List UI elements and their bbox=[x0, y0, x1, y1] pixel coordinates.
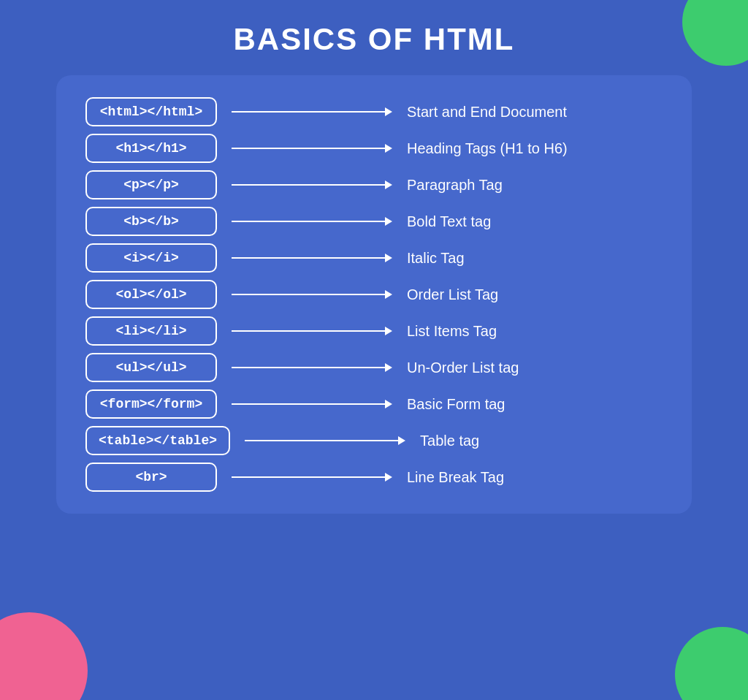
connector-line bbox=[232, 367, 386, 368]
arrowhead-icon bbox=[385, 327, 392, 335]
arrow-connector bbox=[232, 290, 392, 299]
tag-label: <h1></h1> bbox=[85, 134, 217, 163]
list-item: <form></form>Basic Form tag bbox=[85, 389, 663, 419]
arrowhead-icon bbox=[385, 144, 392, 153]
list-item: <p></p>Paragraph Tag bbox=[85, 170, 663, 199]
tag-label: <i></i> bbox=[85, 243, 217, 273]
tag-label: <html></html> bbox=[85, 97, 217, 126]
connector-line bbox=[232, 403, 386, 405]
tag-description: Line Break Tag bbox=[407, 469, 663, 486]
arrowhead-icon bbox=[385, 217, 392, 226]
tag-label: <ol></ol> bbox=[85, 280, 217, 309]
decorative-circle-top-right bbox=[682, 0, 748, 66]
arrow-connector bbox=[232, 107, 392, 116]
arrow-connector bbox=[232, 180, 392, 189]
arrowhead-icon bbox=[385, 180, 392, 189]
connector-line bbox=[232, 476, 386, 478]
list-item: <i></i>Italic Tag bbox=[85, 243, 663, 273]
decorative-circle-bottom-left bbox=[0, 612, 88, 700]
tag-label: <table></table> bbox=[85, 426, 230, 455]
arrowhead-icon bbox=[385, 363, 392, 372]
arrowhead-icon bbox=[385, 473, 392, 482]
html-basics-card: <html></html>Start and End Document<h1><… bbox=[56, 75, 692, 514]
list-item: <ul></ul>Un-Order List tag bbox=[85, 353, 663, 382]
arrowhead-icon bbox=[385, 290, 392, 299]
tag-label: <p></p> bbox=[85, 170, 217, 199]
tag-label: <br> bbox=[85, 463, 217, 492]
tag-description: Un-Order List tag bbox=[407, 359, 663, 376]
list-item: <table></table>Table tag bbox=[85, 426, 663, 455]
arrow-connector bbox=[232, 254, 392, 262]
arrowhead-icon bbox=[385, 254, 392, 262]
tag-label: <ul></ul> bbox=[85, 353, 217, 382]
connector-line bbox=[232, 148, 386, 149]
tag-description: Bold Text tag bbox=[407, 213, 663, 230]
page-title: BASICS OF HTML bbox=[234, 22, 515, 57]
tag-description: Order List Tag bbox=[407, 286, 663, 303]
tag-label: <b></b> bbox=[85, 207, 217, 236]
connector-line bbox=[232, 257, 386, 259]
tag-description: Table tag bbox=[420, 433, 663, 449]
arrowhead-icon bbox=[385, 400, 392, 408]
connector-line bbox=[232, 294, 386, 295]
tag-description: List Items Tag bbox=[407, 323, 663, 340]
connector-line bbox=[232, 330, 386, 332]
arrowhead-icon bbox=[385, 107, 392, 116]
arrow-connector bbox=[245, 436, 405, 445]
list-item: <br>Line Break Tag bbox=[85, 463, 663, 492]
tag-description: Italic Tag bbox=[407, 250, 663, 267]
connector-line bbox=[232, 111, 386, 113]
tag-description: Start and End Document bbox=[407, 104, 663, 121]
tag-description: Heading Tags (H1 to H6) bbox=[407, 140, 663, 157]
tag-label: <form></form> bbox=[85, 389, 217, 419]
tag-label: <li></li> bbox=[85, 316, 217, 346]
connector-line bbox=[245, 440, 399, 441]
tag-description: Paragraph Tag bbox=[407, 177, 663, 194]
connector-line bbox=[232, 184, 386, 186]
list-item: <html></html>Start and End Document bbox=[85, 97, 663, 126]
arrow-connector bbox=[232, 144, 392, 153]
list-item: <h1></h1>Heading Tags (H1 to H6) bbox=[85, 134, 663, 163]
arrow-connector bbox=[232, 400, 392, 408]
decorative-circle-bottom-right bbox=[675, 627, 748, 700]
tag-description: Basic Form tag bbox=[407, 396, 663, 413]
connector-line bbox=[232, 221, 386, 222]
arrow-connector bbox=[232, 363, 392, 372]
list-item: <b></b>Bold Text tag bbox=[85, 207, 663, 236]
arrow-connector bbox=[232, 327, 392, 335]
arrow-connector bbox=[232, 473, 392, 482]
list-item: <li></li>List Items Tag bbox=[85, 316, 663, 346]
arrowhead-icon bbox=[398, 436, 405, 445]
arrow-connector bbox=[232, 217, 392, 226]
list-item: <ol></ol>Order List Tag bbox=[85, 280, 663, 309]
